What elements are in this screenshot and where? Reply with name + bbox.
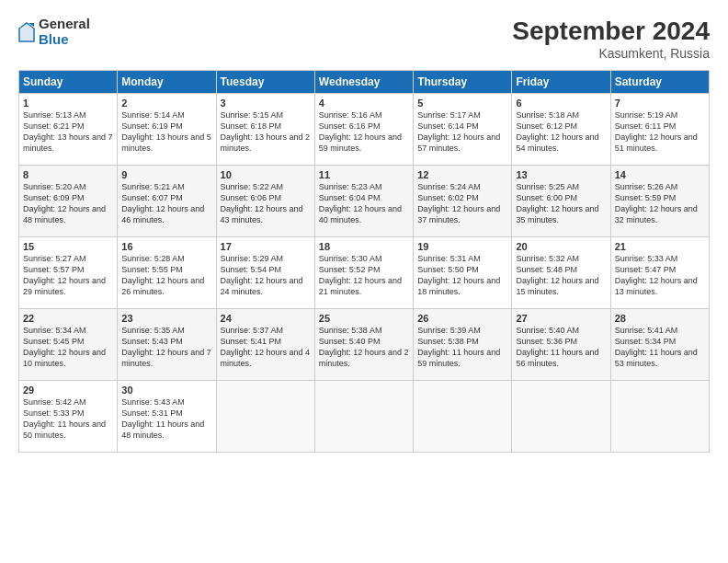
day-number: 23 [121, 313, 211, 324]
day-number: 6 [516, 98, 606, 109]
day-info: Sunrise: 5:21 AM Sunset: 6:07 PM Dayligh… [121, 181, 211, 226]
day-number: 2 [121, 98, 211, 109]
calendar-body: 1Sunrise: 5:13 AM Sunset: 6:21 PM Daylig… [19, 94, 710, 453]
day-info: Sunrise: 5:39 AM Sunset: 5:38 PM Dayligh… [417, 325, 507, 370]
logo-blue-text: Blue [39, 32, 90, 48]
calendar-cell: 30Sunrise: 5:43 AM Sunset: 5:31 PM Dayli… [118, 381, 216, 453]
calendar-cell: 13Sunrise: 5:25 AM Sunset: 6:00 PM Dayli… [512, 166, 610, 237]
day-info: Sunrise: 5:30 AM Sunset: 5:52 PM Dayligh… [319, 253, 409, 298]
calendar-cell: 24Sunrise: 5:37 AM Sunset: 5:41 PM Dayli… [216, 309, 314, 381]
weekday-header-sunday: Sunday [19, 71, 118, 94]
day-number: 30 [121, 385, 211, 396]
day-info: Sunrise: 5:19 AM Sunset: 6:11 PM Dayligh… [615, 109, 705, 155]
page: General Blue September 2024 Kasumkent, R… [0, 0, 728, 563]
subtitle: Kasumkent, Russia [512, 46, 710, 61]
day-number: 4 [319, 98, 409, 109]
day-info: Sunrise: 5:24 AM Sunset: 6:02 PM Dayligh… [417, 181, 507, 226]
day-info: Sunrise: 5:22 AM Sunset: 6:06 PM Dayligh… [221, 181, 311, 226]
day-number: 15 [23, 241, 113, 252]
day-number: 26 [417, 313, 507, 324]
day-info: Sunrise: 5:29 AM Sunset: 5:54 PM Dayligh… [221, 253, 311, 298]
calendar-cell: 16Sunrise: 5:28 AM Sunset: 5:55 PM Dayli… [118, 237, 216, 309]
day-info: Sunrise: 5:42 AM Sunset: 5:33 PM Dayligh… [23, 396, 113, 442]
day-number: 27 [516, 313, 606, 324]
day-number: 16 [121, 241, 211, 252]
calendar-cell: 2Sunrise: 5:14 AM Sunset: 6:19 PM Daylig… [118, 94, 216, 166]
logo-text: General Blue [39, 17, 90, 47]
logo-icon [18, 22, 35, 42]
calendar-cell [314, 381, 413, 453]
calendar-cell: 5Sunrise: 5:17 AM Sunset: 6:14 PM Daylig… [414, 94, 512, 166]
calendar-cell: 25Sunrise: 5:38 AM Sunset: 5:40 PM Dayli… [314, 309, 413, 381]
day-info: Sunrise: 5:27 AM Sunset: 5:57 PM Dayligh… [23, 253, 113, 298]
calendar-table: SundayMondayTuesdayWednesdayThursdayFrid… [18, 70, 710, 453]
calendar-header: SundayMondayTuesdayWednesdayThursdayFrid… [19, 71, 710, 94]
calendar-cell: 1Sunrise: 5:13 AM Sunset: 6:21 PM Daylig… [19, 94, 118, 166]
weekday-header-wednesday: Wednesday [314, 71, 413, 94]
day-number: 17 [221, 241, 311, 252]
day-number: 10 [221, 169, 311, 180]
day-number: 5 [417, 98, 507, 109]
day-info: Sunrise: 5:18 AM Sunset: 6:12 PM Dayligh… [516, 109, 606, 155]
day-info: Sunrise: 5:13 AM Sunset: 6:21 PM Dayligh… [23, 109, 113, 155]
calendar-cell: 3Sunrise: 5:15 AM Sunset: 6:18 PM Daylig… [216, 94, 314, 166]
day-number: 18 [319, 241, 409, 252]
calendar-week-5: 29Sunrise: 5:42 AM Sunset: 5:33 PM Dayli… [19, 381, 710, 453]
weekday-row: SundayMondayTuesdayWednesdayThursdayFrid… [19, 71, 710, 94]
calendar-cell: 4Sunrise: 5:16 AM Sunset: 6:16 PM Daylig… [314, 94, 413, 166]
weekday-header-saturday: Saturday [610, 71, 709, 94]
day-info: Sunrise: 5:43 AM Sunset: 5:31 PM Dayligh… [121, 396, 211, 442]
day-number: 12 [417, 169, 507, 180]
weekday-header-thursday: Thursday [414, 71, 512, 94]
day-info: Sunrise: 5:41 AM Sunset: 5:34 PM Dayligh… [615, 325, 705, 370]
day-info: Sunrise: 5:33 AM Sunset: 5:47 PM Dayligh… [615, 253, 705, 298]
day-number: 14 [615, 169, 705, 180]
day-info: Sunrise: 5:20 AM Sunset: 6:09 PM Dayligh… [23, 181, 113, 226]
calendar-cell [414, 381, 512, 453]
day-info: Sunrise: 5:34 AM Sunset: 5:45 PM Dayligh… [23, 325, 113, 370]
day-number: 20 [516, 241, 606, 252]
day-number: 8 [23, 169, 113, 180]
day-info: Sunrise: 5:37 AM Sunset: 5:41 PM Dayligh… [221, 325, 311, 370]
day-number: 7 [615, 98, 705, 109]
calendar-cell [610, 381, 709, 453]
day-info: Sunrise: 5:16 AM Sunset: 6:16 PM Dayligh… [319, 109, 409, 155]
day-number: 21 [615, 241, 705, 252]
logo: General Blue [18, 17, 90, 47]
day-number: 3 [221, 98, 311, 109]
day-info: Sunrise: 5:14 AM Sunset: 6:19 PM Dayligh… [121, 109, 211, 155]
day-number: 11 [319, 169, 409, 180]
calendar-week-3: 15Sunrise: 5:27 AM Sunset: 5:57 PM Dayli… [19, 237, 710, 309]
day-info: Sunrise: 5:32 AM Sunset: 5:48 PM Dayligh… [516, 253, 606, 298]
calendar-cell: 15Sunrise: 5:27 AM Sunset: 5:57 PM Dayli… [19, 237, 118, 309]
calendar-cell: 27Sunrise: 5:40 AM Sunset: 5:36 PM Dayli… [512, 309, 610, 381]
day-info: Sunrise: 5:25 AM Sunset: 6:00 PM Dayligh… [516, 181, 606, 226]
calendar-cell: 19Sunrise: 5:31 AM Sunset: 5:50 PM Dayli… [414, 237, 512, 309]
day-number: 9 [121, 169, 211, 180]
calendar-cell: 20Sunrise: 5:32 AM Sunset: 5:48 PM Dayli… [512, 237, 610, 309]
calendar-cell: 22Sunrise: 5:34 AM Sunset: 5:45 PM Dayli… [19, 309, 118, 381]
calendar-cell: 6Sunrise: 5:18 AM Sunset: 6:12 PM Daylig… [512, 94, 610, 166]
calendar-week-2: 8Sunrise: 5:20 AM Sunset: 6:09 PM Daylig… [19, 166, 710, 237]
calendar-cell: 17Sunrise: 5:29 AM Sunset: 5:54 PM Dayli… [216, 237, 314, 309]
calendar-cell: 28Sunrise: 5:41 AM Sunset: 5:34 PM Dayli… [610, 309, 709, 381]
day-info: Sunrise: 5:35 AM Sunset: 5:43 PM Dayligh… [121, 325, 211, 370]
day-number: 25 [319, 313, 409, 324]
weekday-header-friday: Friday [512, 71, 610, 94]
calendar-cell: 21Sunrise: 5:33 AM Sunset: 5:47 PM Dayli… [610, 237, 709, 309]
day-number: 13 [516, 169, 606, 180]
day-number: 19 [417, 241, 507, 252]
weekday-header-tuesday: Tuesday [216, 71, 314, 94]
day-info: Sunrise: 5:26 AM Sunset: 5:59 PM Dayligh… [615, 181, 705, 226]
day-info: Sunrise: 5:23 AM Sunset: 6:04 PM Dayligh… [319, 181, 409, 226]
calendar-cell: 18Sunrise: 5:30 AM Sunset: 5:52 PM Dayli… [314, 237, 413, 309]
day-info: Sunrise: 5:40 AM Sunset: 5:36 PM Dayligh… [516, 325, 606, 370]
logo-general-text: General [39, 17, 90, 32]
calendar-cell: 29Sunrise: 5:42 AM Sunset: 5:33 PM Dayli… [19, 381, 118, 453]
day-info: Sunrise: 5:28 AM Sunset: 5:55 PM Dayligh… [121, 253, 211, 298]
day-number: 24 [221, 313, 311, 324]
day-number: 22 [23, 313, 113, 324]
title-block: September 2024 Kasumkent, Russia [512, 17, 710, 61]
calendar-cell: 8Sunrise: 5:20 AM Sunset: 6:09 PM Daylig… [19, 166, 118, 237]
calendar-cell: 7Sunrise: 5:19 AM Sunset: 6:11 PM Daylig… [610, 94, 709, 166]
